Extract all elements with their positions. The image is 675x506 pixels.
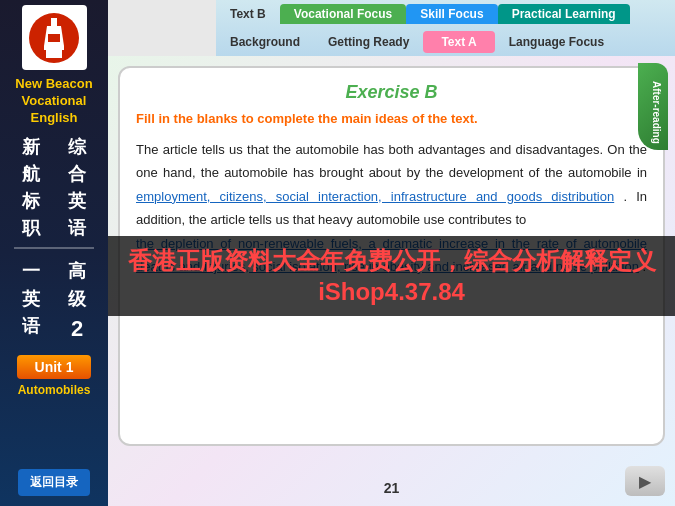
next-page-button[interactable]: ▶	[625, 466, 665, 496]
nav-tab-background[interactable]: Background	[216, 32, 314, 52]
exercise-title: Exercise B	[136, 82, 647, 103]
ch-char-1: 新	[9, 135, 53, 160]
ch-char-7: 职	[9, 216, 53, 241]
nav-tab-text-a[interactable]: Text A	[423, 31, 494, 53]
nav-row2: Background Getting Ready Text A Language…	[216, 28, 675, 56]
level-char-4: 级	[55, 287, 99, 312]
sidebar-title: New Beacon Vocational English	[15, 76, 92, 127]
nav-tab-getting-ready[interactable]: Getting Ready	[314, 32, 423, 52]
sidebar-divider	[14, 247, 94, 249]
unit-subtitle: Automobiles	[18, 383, 91, 397]
ch-char-5: 标	[9, 189, 53, 214]
logo-circle	[29, 13, 79, 63]
svg-rect-3	[46, 50, 62, 58]
sidebar-level: 一 高 英 级 语 2	[9, 259, 99, 344]
nav-tab-language-focus[interactable]: Language Focus	[495, 32, 618, 52]
ch-char-3: 航	[9, 162, 53, 187]
level-char-2: 高	[55, 259, 99, 284]
level-char-5: 语	[9, 314, 53, 345]
nav-tab-vocational-focus[interactable]: Vocational Focus	[280, 4, 406, 24]
svg-rect-2	[44, 46, 64, 50]
svg-rect-4	[48, 34, 60, 42]
nav-tab-text-b[interactable]: Text B	[216, 4, 280, 24]
nav-row1: Text B Vocational Focus Skill Focus Prac…	[216, 0, 675, 28]
ch-char-6: 英	[55, 189, 99, 214]
page-number: 21	[384, 480, 400, 496]
top-nav: Text B Vocational Focus Skill Focus Prac…	[216, 0, 675, 56]
underline-text-1: employment, citizens, social interaction…	[136, 189, 614, 204]
body-text-before: The article tells us that the automobile…	[136, 142, 647, 180]
watermark-overlay: 香港正版资料大全年免费公开，综合分析解释定义 iShop4.37.84	[108, 236, 675, 316]
unit-badge: Unit 1	[17, 355, 92, 379]
level-char-1: 一	[9, 259, 53, 284]
watermark-text: 香港正版资料大全年免费公开，综合分析解释定义 iShop4.37.84	[108, 245, 675, 307]
nav-tab-practical-learning[interactable]: Practical Learning	[498, 4, 630, 24]
back-button[interactable]: 返回目录	[18, 469, 90, 496]
sidebar: New Beacon Vocational English 新 综 航 合 标 …	[0, 0, 108, 506]
after-reading-badge: After-reading	[638, 63, 668, 150]
ch-char-4: 合	[55, 162, 99, 187]
sidebar-logo	[22, 5, 87, 70]
level-char-3: 英	[9, 287, 53, 312]
level-number: 2	[55, 314, 99, 345]
ch-char-8: 语	[55, 216, 99, 241]
ch-char-2: 综	[55, 135, 99, 160]
nav-tab-skill-focus[interactable]: Skill Focus	[406, 4, 497, 24]
exercise-instruction: Fill in the blanks to complete the main …	[136, 111, 647, 126]
lighthouse-icon	[36, 16, 72, 60]
sidebar-chinese-chars: 新 综 航 合 标 英 职 语	[9, 135, 99, 242]
svg-rect-0	[51, 18, 57, 26]
chevron-right-icon: ▶	[639, 472, 651, 491]
main-content: After-reading Exercise B Fill in the bla…	[108, 56, 675, 506]
